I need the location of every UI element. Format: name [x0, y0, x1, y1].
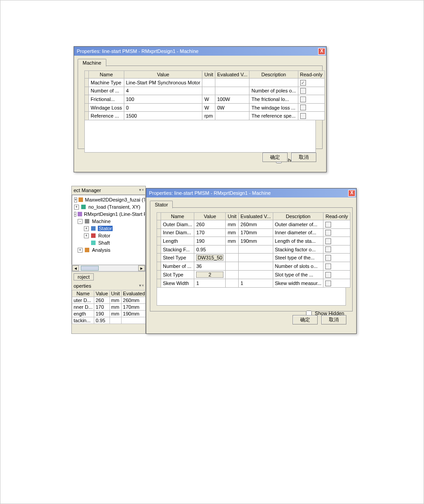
cell-value[interactable]: 170: [194, 228, 226, 237]
tree-item[interactable]: -Machine: [73, 218, 144, 225]
col-desc[interactable]: Description: [273, 213, 323, 220]
cell-value[interactable]: 2: [194, 270, 226, 279]
cell-value[interactable]: 1: [194, 279, 226, 287]
table-row[interactable]: Steel TypeDW315_50Steel type of the...: [157, 254, 350, 262]
table-row[interactable]: Machine TypeLine-Start PM Synchronous Mo…: [85, 79, 325, 87]
cell-readonly[interactable]: [298, 103, 324, 112]
properties-mini-grid[interactable]: Name Value Unit Evaluated V... uter D...…: [72, 290, 146, 324]
col-eval[interactable]: Evaluated V...: [215, 71, 249, 79]
cell-value[interactable]: 0: [124, 103, 202, 112]
tree-expander-icon[interactable]: +: [78, 248, 83, 253]
table-row[interactable]: Reference ...1500rpmThe reference spe...: [85, 112, 325, 120]
tree-scrollbar[interactable]: ◄ ►: [72, 265, 145, 272]
table-row[interactable]: nner D...170mm170mm: [72, 304, 146, 311]
tree-item[interactable]: +Maxwell2DDesign3_fuzai (Transien: [73, 196, 144, 203]
readonly-checkbox-icon[interactable]: [300, 88, 306, 94]
tree-item[interactable]: +no_load (Transient, XY): [73, 203, 144, 210]
col-unit[interactable]: Unit: [202, 71, 215, 79]
cell-readonly[interactable]: [298, 112, 324, 120]
table-row[interactable]: Outer Diam...260mm260mmOuter diameter of…: [157, 220, 350, 229]
table-row[interactable]: tackin...0.95: [72, 317, 146, 324]
cell-readonly[interactable]: [298, 95, 324, 104]
cell-readonly[interactable]: [323, 279, 350, 287]
tree-item[interactable]: +Stator: [73, 225, 144, 232]
table-row[interactable]: Length190mm190mmLength of the sta...: [157, 237, 350, 245]
close-icon[interactable]: X: [318, 48, 325, 55]
mini-col-name[interactable]: Name: [72, 290, 94, 297]
cell-value[interactable]: 100: [124, 95, 202, 104]
cell-value[interactable]: 170: [94, 304, 109, 311]
project-tree[interactable]: +Maxwell2DDesign3_fuzai (Transien+no_loa…: [72, 195, 145, 265]
cell-value[interactable]: 4: [124, 87, 202, 95]
table-row[interactable]: Slot Type2Slot type of the ...: [157, 270, 350, 279]
cell-value[interactable]: Line-Start PM Synchronous Motor: [124, 79, 202, 87]
ok-button[interactable]: 确定: [262, 153, 288, 162]
tree-expander-icon[interactable]: -: [78, 219, 83, 224]
scroll-thumb[interactable]: [81, 266, 99, 271]
scroll-track[interactable]: [79, 265, 138, 271]
ok-button[interactable]: 确定: [293, 315, 318, 324]
col-eval[interactable]: Evaluated V...: [239, 213, 273, 220]
tree-expander-icon[interactable]: +: [74, 205, 79, 210]
col-name[interactable]: Name: [89, 71, 124, 79]
scroll-right-icon[interactable]: ►: [138, 265, 145, 271]
readonly-checkbox-icon[interactable]: [325, 230, 331, 236]
mini-col-value[interactable]: Value: [94, 290, 109, 297]
cell-value[interactable]: 260: [194, 220, 226, 229]
tree-expander-icon[interactable]: +: [84, 233, 89, 238]
table-row[interactable]: Windage Loss0W0WThe windage loss ...: [85, 103, 325, 112]
table-row[interactable]: Number of ...36Number of slots o...: [157, 262, 350, 271]
cell-readonly[interactable]: [323, 237, 350, 245]
col-ro[interactable]: Read-only: [298, 71, 324, 79]
readonly-checkbox-icon[interactable]: [325, 272, 331, 278]
cell-readonly[interactable]: [323, 228, 350, 237]
value-picker-button[interactable]: 2: [196, 272, 223, 278]
col-desc[interactable]: Description: [249, 71, 298, 79]
readonly-checkbox-icon[interactable]: [300, 113, 306, 119]
readonly-checkbox-icon[interactable]: [325, 255, 331, 261]
property-grid[interactable]: Name Value Unit Evaluated V... Descripti…: [157, 212, 350, 288]
table-row[interactable]: uter D...260mm260mm: [72, 297, 146, 304]
tree-expander-icon[interactable]: +: [84, 226, 89, 231]
mini-col-unit[interactable]: Unit: [109, 290, 122, 297]
tree-expander-icon[interactable]: +: [74, 197, 77, 202]
properties-controls-icon[interactable]: ▾ ×: [139, 283, 144, 289]
tree-item[interactable]: -RMxprtDesign1 (Line-Start P: [73, 210, 144, 218]
tab-machine[interactable]: Machine: [78, 59, 106, 66]
tree-item[interactable]: +Rotor: [73, 232, 144, 239]
col-value[interactable]: Value: [124, 71, 202, 79]
value-picker-button[interactable]: DW315_50: [196, 254, 223, 261]
readonly-checkbox-icon[interactable]: [325, 238, 331, 244]
table-row[interactable]: Skew Width11Skew width measur...: [157, 279, 350, 287]
titlebar[interactable]: Properties: line-start PMSM - RMxprtDesi…: [74, 47, 326, 56]
cell-value[interactable]: 0.95: [94, 317, 109, 324]
tree-expander-icon[interactable]: -: [74, 212, 76, 217]
readonly-checkbox-icon[interactable]: [300, 96, 306, 102]
cell-readonly[interactable]: [323, 262, 350, 271]
cell-value[interactable]: 0.95: [194, 245, 226, 254]
readonly-checkbox-icon[interactable]: [325, 246, 331, 252]
cell-value[interactable]: 260: [94, 297, 109, 304]
close-icon[interactable]: X: [348, 190, 355, 197]
cell-readonly[interactable]: [323, 245, 350, 254]
cell-readonly[interactable]: [298, 79, 324, 87]
cell-value[interactable]: 36: [194, 262, 226, 271]
readonly-checkbox-icon[interactable]: [325, 263, 331, 269]
panel-controls-icon[interactable]: ▾ ×: [139, 188, 144, 193]
cell-readonly[interactable]: [323, 254, 350, 262]
cell-value[interactable]: 190: [94, 311, 109, 317]
col-value[interactable]: Value: [194, 213, 226, 220]
scroll-left-icon[interactable]: ◄: [72, 265, 79, 271]
cell-readonly[interactable]: [323, 270, 350, 279]
cell-readonly[interactable]: [323, 220, 350, 229]
cancel-button[interactable]: 取消: [321, 315, 346, 324]
col-unit[interactable]: Unit: [226, 213, 239, 220]
col-ro[interactable]: Read-only: [323, 213, 350, 220]
readonly-checkbox-icon[interactable]: [325, 222, 331, 228]
table-row[interactable]: ength190mm190mm: [72, 311, 146, 317]
cancel-button[interactable]: 取消: [291, 153, 316, 162]
cell-value[interactable]: 190: [194, 237, 226, 245]
tree-item[interactable]: Shaft: [73, 239, 144, 246]
cell-readonly[interactable]: [298, 87, 324, 95]
titlebar[interactable]: Properties: line-start PMSM - RMxprtDesi…: [146, 188, 356, 197]
